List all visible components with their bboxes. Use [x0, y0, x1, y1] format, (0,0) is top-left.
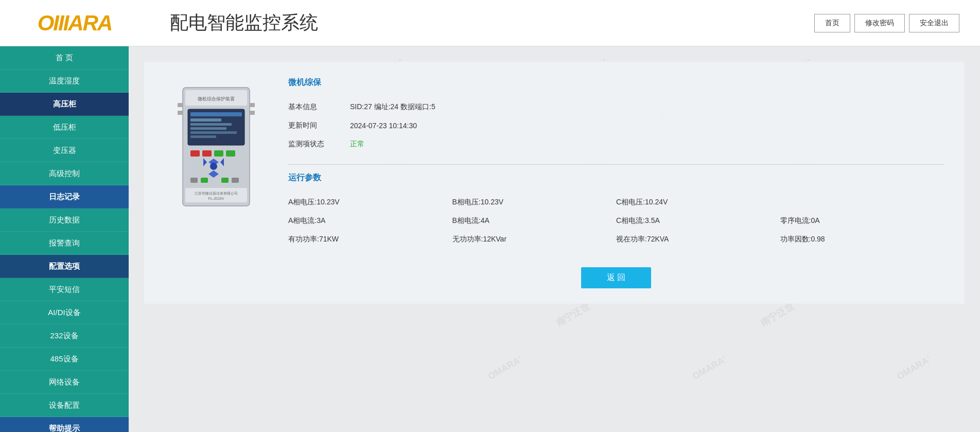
param-apparent-power: 视在功率:72KVA — [616, 235, 780, 244]
param-a-voltage: A相电压:10.23V — [288, 198, 452, 207]
divider — [288, 164, 944, 165]
params-grid: A相电压:10.23V B相电压:10.23V C相电压:10.24V A相电流… — [288, 198, 944, 244]
header: OIIIARA 配电智能监控系统 首页 修改密码 安全退出 — [0, 0, 980, 46]
basic-info-row: 基本信息 SID:27 编址:24 数据端口:5 — [288, 102, 944, 112]
sidebar-item-485[interactable]: 485设备 — [0, 348, 129, 371]
logo-area: OIIIARA — [10, 11, 139, 36]
param-b-current: B相电流:4A — [452, 216, 617, 226]
svg-rect-11 — [202, 150, 212, 157]
svg-rect-8 — [190, 131, 237, 134]
sidebar-item-log[interactable]: 日志记录 — [0, 185, 129, 209]
sidebar-item-config[interactable]: 配置选项 — [0, 255, 129, 278]
svg-rect-28 — [250, 103, 255, 107]
home-button[interactable]: 首页 — [814, 14, 850, 32]
sidebar-item-home[interactable]: 首 页 — [0, 46, 129, 70]
monitor-status-label: 监测项状态 — [288, 140, 350, 149]
sidebar-item-low-voltage[interactable]: 低压柜 — [0, 116, 129, 139]
param-power-factor: 功率因数:0.98 — [780, 235, 944, 244]
svg-text:微机综合保护装置: 微机综合保护装置 — [198, 96, 235, 101]
device-illustration: 微机综合保护装置 — [172, 82, 260, 227]
param-c-current: C相电流:3.5A — [616, 216, 780, 226]
sidebar-item-232[interactable]: 232设备 — [0, 324, 129, 348]
section1-title: 微机综保 — [288, 77, 944, 92]
svg-rect-12 — [214, 150, 223, 157]
svg-rect-29 — [250, 111, 255, 115]
sidebar-item-help-tips[interactable]: 帮助提示 — [0, 417, 129, 432]
param-active-power: 有功功率:71KW — [288, 235, 452, 244]
info-panel: 微机综保 基本信息 SID:27 编址:24 数据端口:5 更新时间 2024-… — [288, 77, 944, 288]
svg-rect-26 — [178, 103, 183, 107]
sidebar-item-history[interactable]: 历史数据 — [0, 209, 129, 232]
param-a-current: A相电流:3A — [288, 216, 452, 226]
update-time-row: 更新时间 2024-07-23 10:14:30 — [288, 121, 944, 130]
svg-rect-21 — [221, 178, 229, 183]
section2-title: 运行参数 — [288, 172, 944, 187]
monitor-status-row: 监测项状态 正常 — [288, 140, 944, 149]
param-reactive-power: 无功功率:12KVar — [452, 235, 617, 244]
sidebar-item-advanced-control[interactable]: 高级控制 — [0, 162, 129, 185]
svg-rect-22 — [232, 178, 239, 183]
main-content: OMARA+ OMARA+ OMARA+ 南宁泛世 南宁泛世 南宁泛世 OMAR… — [129, 46, 980, 432]
svg-text:FL-2019V: FL-2019V — [208, 197, 224, 200]
change-password-button[interactable]: 修改密码 — [854, 14, 905, 32]
sidebar-item-network[interactable]: 网络设备 — [0, 371, 129, 394]
device-card: 微机综合保护装置 — [144, 62, 965, 304]
svg-rect-6 — [190, 123, 232, 126]
main-layout: 首 页 温度湿度 高压柜 低压柜 变压器 高级控制 日志记录 历史数据 报警查询… — [0, 46, 980, 432]
basic-info-table: 基本信息 SID:27 编址:24 数据端口:5 更新时间 2024-07-23… — [288, 102, 944, 149]
return-button[interactable]: 返 回 — [581, 267, 651, 288]
sidebar-item-temp-humidity[interactable]: 温度湿度 — [0, 70, 129, 93]
sidebar-item-alarm[interactable]: 报警查询 — [0, 232, 129, 255]
sidebar-item-device-config[interactable]: 设备配置 — [0, 394, 129, 417]
monitor-status-value: 正常 — [350, 140, 364, 149]
sidebar: 首 页 温度湿度 高压柜 低压柜 变压器 高级控制 日志记录 历史数据 报警查询… — [0, 46, 129, 432]
sidebar-item-high-voltage[interactable]: 高压柜 — [0, 93, 129, 116]
param-empty1 — [780, 198, 944, 207]
update-time-label: 更新时间 — [288, 121, 350, 130]
update-time-value: 2024-07-23 10:14:30 — [350, 122, 417, 130]
basic-info-label: 基本信息 — [288, 102, 350, 112]
param-b-voltage: B相电压:10.23V — [452, 198, 617, 207]
page-title: 配电智能监控系统 — [139, 10, 814, 36]
svg-rect-20 — [201, 178, 208, 183]
param-c-voltage: C相电压:10.24V — [616, 198, 780, 207]
sidebar-item-sms[interactable]: 平安短信 — [0, 278, 129, 301]
params-section: 运行参数 A相电压:10.23V B相电压:10.23V C相电压:10.24V… — [288, 172, 944, 244]
svg-rect-9 — [190, 135, 216, 138]
svg-rect-7 — [190, 127, 226, 130]
param-zero-current: 零序电流:0A — [780, 216, 944, 226]
svg-rect-4 — [190, 112, 242, 116]
sidebar-item-aidi[interactable]: AI/DI设备 — [0, 301, 129, 324]
svg-point-18 — [210, 163, 217, 170]
svg-rect-10 — [190, 150, 200, 157]
svg-rect-5 — [190, 118, 221, 122]
header-buttons: 首页 修改密码 安全退出 — [814, 14, 970, 32]
svg-rect-27 — [178, 111, 183, 115]
svg-rect-19 — [190, 178, 198, 183]
device-image-area: 微机综合保护装置 — [165, 77, 268, 288]
basic-info-value: SID:27 编址:24 数据端口:5 — [350, 102, 435, 112]
sidebar-item-transformer[interactable]: 变压器 — [0, 139, 129, 162]
logout-button[interactable]: 安全退出 — [909, 14, 959, 32]
svg-rect-13 — [226, 150, 235, 157]
logo: OIIIARA — [38, 11, 112, 36]
svg-text:江苏华隆仪器仪表有限公司: 江苏华隆仪器仪表有限公司 — [195, 192, 238, 196]
